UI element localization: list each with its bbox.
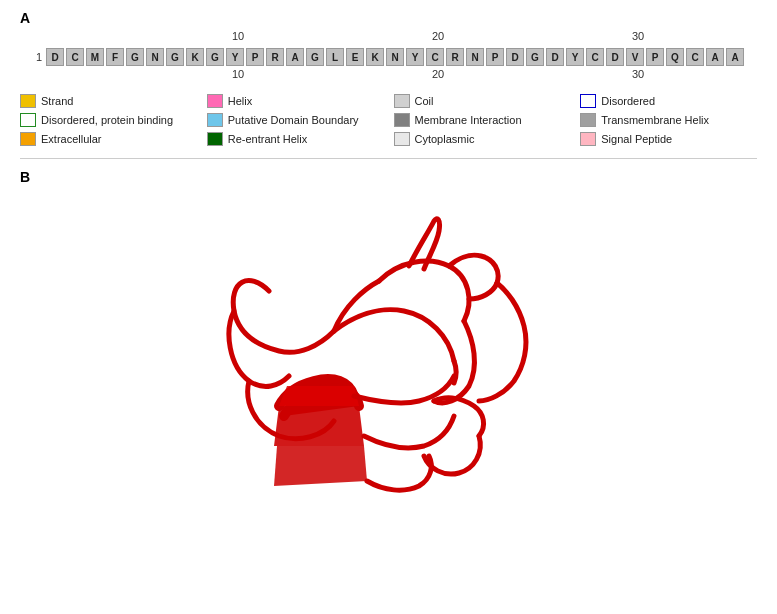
section-b-label: B: [20, 169, 757, 185]
svg-marker-2: [279, 386, 359, 406]
residue-box: C: [66, 48, 84, 66]
legend-label: Disordered, protein binding: [41, 114, 173, 126]
residue-box: Y: [566, 48, 584, 66]
legend-color-box: [207, 132, 223, 146]
residue-box: V: [626, 48, 644, 66]
residue-box: Y: [226, 48, 244, 66]
residue-box: N: [466, 48, 484, 66]
legend-item: Membrane Interaction: [394, 113, 571, 127]
residue-box: P: [646, 48, 664, 66]
residue-box: Y: [406, 48, 424, 66]
residue-box: P: [486, 48, 504, 66]
residue-box: P: [246, 48, 264, 66]
ticks-top: 102030: [48, 30, 757, 46]
legend-label: Signal Peptide: [601, 133, 672, 145]
legend-label: Helix: [228, 95, 252, 107]
legend-item: Transmembrane Helix: [580, 113, 757, 127]
residue-box: Q: [666, 48, 684, 66]
residue-box: A: [726, 48, 744, 66]
legend-color-box: [580, 132, 596, 146]
residue-box: K: [366, 48, 384, 66]
residue-box: A: [286, 48, 304, 66]
section-a: A 102030 1DCMFGNGKGYPRAGLEKNYCRNPDGDYCDV…: [20, 10, 757, 84]
residue-box: G: [126, 48, 144, 66]
legend-color-box: [20, 113, 36, 127]
ticks-bottom: 102030: [48, 68, 757, 84]
legend-label: Re-entrant Helix: [228, 133, 307, 145]
residue-box: C: [426, 48, 444, 66]
legend-color-box: [20, 94, 36, 108]
seq-start-index: 1: [20, 51, 42, 63]
residue-box: R: [446, 48, 464, 66]
residue-box: G: [166, 48, 184, 66]
svg-rect-0: [179, 191, 599, 531]
legend-label: Disordered: [601, 95, 655, 107]
residue-box: D: [546, 48, 564, 66]
legend-item: Putative Domain Boundary: [207, 113, 384, 127]
legend-item: Cytoplasmic: [394, 132, 571, 146]
legend-color-box: [394, 132, 410, 146]
section-b: B: [20, 169, 757, 531]
residue-box: L: [326, 48, 344, 66]
residue-box: C: [686, 48, 704, 66]
legend-label: Membrane Interaction: [415, 114, 522, 126]
residue-box: M: [86, 48, 104, 66]
legend-label: Coil: [415, 95, 434, 107]
legend-label: Putative Domain Boundary: [228, 114, 359, 126]
residue-box: A: [706, 48, 724, 66]
legend-item: Disordered: [580, 94, 757, 108]
legend-item: Signal Peptide: [580, 132, 757, 146]
structure-container: [20, 191, 757, 531]
residue-box: C: [586, 48, 604, 66]
legend-label: Cytoplasmic: [415, 133, 475, 145]
svg-marker-1: [274, 406, 364, 446]
legend-color-box: [394, 113, 410, 127]
legend-item: Coil: [394, 94, 571, 108]
legend-item: Strand: [20, 94, 197, 108]
legend-label: Strand: [41, 95, 73, 107]
legend-color-box: [207, 94, 223, 108]
residue-box: D: [606, 48, 624, 66]
legend-item: Extracellular: [20, 132, 197, 146]
legend-item: Disordered, protein binding: [20, 113, 197, 127]
legend-label: Transmembrane Helix: [601, 114, 709, 126]
section-a-label: A: [20, 10, 757, 26]
legend-grid: StrandHelixCoilDisorderedDisordered, pro…: [20, 94, 757, 146]
svg-marker-3: [274, 446, 367, 486]
residue-box: E: [346, 48, 364, 66]
legend-label: Extracellular: [41, 133, 102, 145]
residue-box: D: [506, 48, 524, 66]
residue-box: D: [46, 48, 64, 66]
legend-item: Helix: [207, 94, 384, 108]
legend-section: StrandHelixCoilDisorderedDisordered, pro…: [20, 94, 757, 146]
residue-box: K: [186, 48, 204, 66]
legend-color-box: [20, 132, 36, 146]
residue-box: G: [526, 48, 544, 66]
residue-box: G: [206, 48, 224, 66]
legend-color-box: [394, 94, 410, 108]
legend-color-box: [580, 94, 596, 108]
sequence-row: 1DCMFGNGKGYPRAGLEKNYCRNPDGDYCDVPQCAA: [20, 48, 757, 66]
legend-color-box: [580, 113, 596, 127]
protein-structure-svg: [179, 191, 599, 531]
legend-item: Re-entrant Helix: [207, 132, 384, 146]
legend-color-box: [207, 113, 223, 127]
residue-box: R: [266, 48, 284, 66]
residue-box: G: [306, 48, 324, 66]
residue-box: F: [106, 48, 124, 66]
residue-box: N: [146, 48, 164, 66]
residue-box: N: [386, 48, 404, 66]
